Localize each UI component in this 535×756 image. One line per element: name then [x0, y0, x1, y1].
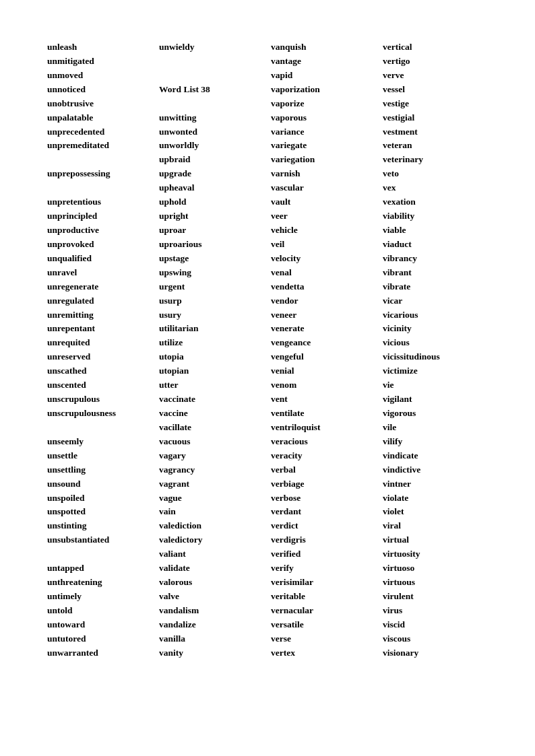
word-cell: vanquish: [271, 40, 376, 55]
word-cell: unregulated: [47, 294, 152, 308]
word-cell: vagary: [159, 449, 264, 463]
word-cell: vernacular: [271, 604, 376, 618]
word-cell: veterinary: [383, 153, 488, 167]
word-cell: viability: [383, 209, 488, 224]
word-cell: variegate: [271, 139, 376, 153]
word-cell: vilify: [383, 435, 488, 449]
word-cell: unpretentious: [47, 195, 152, 209]
word-cell: unsound: [47, 477, 152, 491]
word-cell: veteran: [383, 139, 488, 153]
word-cell: untimely: [47, 590, 152, 604]
word-cell: vintner: [383, 477, 488, 491]
word-cell: uphold: [159, 195, 264, 209]
word-cell: verified: [271, 547, 376, 561]
word-cell: urgent: [159, 280, 264, 294]
word-cell: velocity: [271, 252, 376, 266]
word-cell: ventriloquist: [271, 421, 376, 435]
word-cell: vanity: [159, 646, 264, 660]
word-cell: vandalize: [159, 618, 264, 632]
word-cell: upgrade: [159, 167, 264, 181]
word-cell: unravel: [47, 266, 152, 280]
word-cell: variegation: [271, 153, 376, 167]
word-cell: vaporization: [271, 83, 376, 97]
word-cell: vendetta: [271, 280, 376, 294]
word-cell: unprincipled: [47, 209, 152, 224]
word-cell: unsubstantiated: [47, 533, 152, 547]
word-cell: vicissitudinous: [383, 350, 488, 364]
empty-cell: [47, 421, 152, 435]
word-cell: vicarious: [383, 308, 488, 322]
word-cell: unremitting: [47, 308, 152, 322]
word-cell: upstage: [159, 252, 264, 266]
word-cell: usurp: [159, 294, 264, 308]
word-cell: veto: [383, 167, 488, 181]
word-cell: upheaval: [159, 181, 264, 195]
word-cell: unscented: [47, 378, 152, 392]
word-list-grid: unleashunwieldyvanquishverticalunmitigat…: [47, 40, 488, 660]
word-cell: unmoved: [47, 69, 152, 83]
word-cell: veneer: [271, 308, 376, 322]
word-cell: veracity: [271, 449, 376, 463]
word-cell: untoward: [47, 618, 152, 632]
word-cell: valve: [159, 590, 264, 604]
word-cell: usury: [159, 308, 264, 322]
word-cell: venial: [271, 364, 376, 378]
word-cell: unrequited: [47, 336, 152, 350]
word-cell: versatile: [271, 618, 376, 632]
word-cell: venom: [271, 378, 376, 392]
word-cell: unwieldy: [159, 40, 264, 55]
empty-cell: [159, 69, 264, 83]
empty-cell: [47, 547, 152, 561]
word-cell: vibrant: [383, 266, 488, 280]
word-cell: unsettle: [47, 449, 152, 463]
word-cell: utopian: [159, 364, 264, 378]
word-cell: vex: [383, 181, 488, 195]
word-cell: unwitting: [159, 111, 264, 125]
word-cell: unqualified: [47, 252, 152, 266]
word-cell: verbal: [271, 463, 376, 477]
word-cell: vigilant: [383, 392, 488, 407]
word-cell: vertigo: [383, 55, 488, 69]
word-cell: vibrate: [383, 280, 488, 294]
word-cell: vehicle: [271, 224, 376, 238]
word-cell: variance: [271, 125, 376, 139]
word-cell: untapped: [47, 561, 152, 576]
section-title: Word List 38: [159, 83, 264, 97]
word-cell: unnoticed: [47, 83, 152, 97]
word-cell: unstinting: [47, 519, 152, 533]
word-cell: utopia: [159, 350, 264, 364]
word-cell: unleash: [47, 40, 152, 55]
word-cell: vent: [271, 392, 376, 407]
word-cell: utter: [159, 378, 264, 392]
word-cell: vaccine: [159, 407, 264, 421]
word-cell: violet: [383, 505, 488, 519]
word-cell: vaporous: [271, 111, 376, 125]
word-cell: unregenerate: [47, 280, 152, 294]
word-cell: utilize: [159, 336, 264, 350]
word-cell: viral: [383, 519, 488, 533]
word-cell: vestigial: [383, 111, 488, 125]
word-cell: vile: [383, 421, 488, 435]
word-cell: vain: [159, 505, 264, 519]
word-cell: vault: [271, 195, 376, 209]
word-cell: unrepentant: [47, 322, 152, 336]
word-cell: vengeance: [271, 336, 376, 350]
word-cell: validate: [159, 561, 264, 576]
word-cell: vengeful: [271, 350, 376, 364]
word-cell: vagrancy: [159, 463, 264, 477]
word-cell: virtuosity: [383, 547, 488, 561]
empty-cell: [47, 153, 152, 167]
word-cell: verdict: [271, 519, 376, 533]
word-cell: verisimilar: [271, 576, 376, 590]
word-cell: unproductive: [47, 224, 152, 238]
word-cell: veil: [271, 238, 376, 252]
word-cell: vindictive: [383, 463, 488, 477]
word-cell: unwarranted: [47, 646, 152, 660]
word-cell: verbiage: [271, 477, 376, 491]
word-cell: uproar: [159, 224, 264, 238]
word-cell: unpremeditated: [47, 139, 152, 153]
word-cell: vigorous: [383, 407, 488, 421]
word-cell: vicious: [383, 336, 488, 350]
word-cell: unscrupulousness: [47, 407, 152, 421]
word-cell: vicinity: [383, 322, 488, 336]
